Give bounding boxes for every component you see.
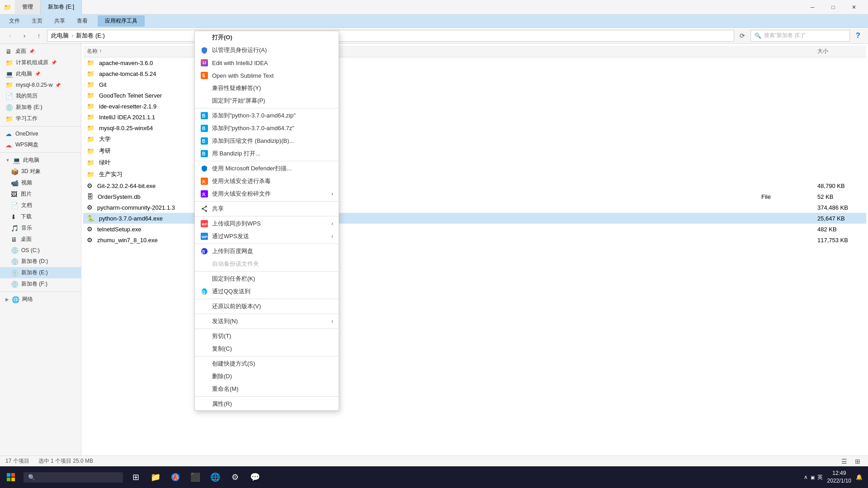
ctx-sublime[interactable]: S Open with Sublime Text [195,69,339,82]
sidebar-item-this-pc[interactable]: ▼ 💻 此电脑 [0,155,81,166]
sidebar-item-onedrive[interactable]: ☁ OneDrive [0,128,81,139]
close-button[interactable]: ✕ [844,0,864,14]
sidebar-item-drive-e-selected[interactable]: 💿 新加卷 (E:) [0,267,81,278]
download-icon: ⬇ [11,213,18,221]
ribbon-tab-file[interactable]: 文件 [4,15,25,27]
title-bar: 📁 管理 新加卷 (E:] ─ □ ✕ [0,0,868,14]
forward-button[interactable]: › [18,29,31,42]
col-name[interactable]: 名称 ↑ [87,47,673,55]
grid-view-button[interactable]: ⊞ [853,456,863,466]
chrome-button[interactable] [166,468,184,486]
sidebar-item-mysql-folder[interactable]: 📁 mysql-8.0.25-w 📌 [0,80,81,90]
ctx-send-qq[interactable]: Q 通过QQ发送到 [195,285,339,298]
sidebar-item-music[interactable]: 🎵 音乐 [0,222,81,234]
col-date[interactable] [673,47,763,55]
taskbar-clock[interactable]: 12:49 2022/1/10 [827,469,851,485]
search-icon: 🔍 [28,474,35,481]
folder-icon: 📁 [87,103,94,110]
ctx-huying-antivirus[interactable]: 火 使用火绒安全进行杀毒 [195,175,339,188]
svg-rect-27 [7,473,10,477]
ctx-auto-backup: 自动备份该文件夹 [195,258,339,270]
tab-manage[interactable]: 管理 [15,0,41,14]
sidebar-item-downloads[interactable]: ⬇ 下载 [0,211,81,222]
address-bar[interactable]: 此电脑 › 新加卷 (E:) [47,30,734,42]
ctx-baidu-upload[interactable]: 百 上传到百度网盘 [195,245,339,258]
sidebar-item-drive-e[interactable]: 💿 新加卷 (E:) [0,102,81,113]
ctx-properties[interactable]: 属性(R) [195,398,339,410]
taskview-button[interactable]: ⊞ [127,468,145,486]
ctx-share[interactable]: 共享 [195,202,339,215]
sidebar-item-computer-components[interactable]: 📁 计算机组成原 📌 [0,57,81,68]
sidebar-item-drive-f[interactable]: 💿 新加卷 (F:) [0,278,81,290]
ctx-open[interactable]: 打开(O) [195,31,339,44]
settings-button[interactable]: ⚙ [226,468,244,486]
document-icon: 📄 [5,93,13,100]
cloud-icon: ☁ [5,130,13,137]
list-view-button[interactable]: ☰ [839,456,849,466]
ribbon-tab-share[interactable]: 共享 [49,15,71,27]
sidebar-item-drive-d[interactable]: 💿 新加卷 (D:) [0,256,81,267]
tab-drive[interactable]: 新加卷 (E:] [41,0,82,14]
minimize-button[interactable]: ─ [802,0,823,14]
ctx-restore[interactable]: 还原以前的版本(V) [195,300,339,313]
up-button[interactable]: ↑ [33,29,45,42]
taskbar-search[interactable]: 🔍 [24,472,123,483]
ctx-pin-taskbar[interactable]: 固定到任务栏(K) [195,272,339,285]
search-bar[interactable]: 🔍 搜索"新加卷 (E:)" [750,30,850,42]
sidebar-item-desktop-pinned[interactable]: 🖥 桌面 📌 [0,46,81,57]
ctx-defender[interactable]: 使用 Microsoft Defender扫描... [195,162,339,175]
maximize-button[interactable]: □ [823,0,844,14]
sidebar-item-desktop[interactable]: 🖥 桌面 [0,234,81,245]
ctx-add-compress[interactable]: B 添加到压缩文件 (Bandizip)(B)... [195,135,339,147]
ribbon-tab-home[interactable]: 主页 [26,15,48,27]
sidebar-item-3d[interactable]: 📦 3D 对象 [0,166,81,177]
notification-button[interactable]: 🔔 [856,474,863,480]
folder-icon: 📁 [87,159,94,166]
explorer-button[interactable]: 📁 [146,468,165,486]
tray-lang[interactable]: 英 [817,474,823,481]
sublime-icon: S [200,71,208,80]
start-button[interactable] [0,466,22,488]
ctx-run-as-admin[interactable]: 以管理员身份运行(A) [195,44,339,56]
ctx-add-7z[interactable]: B 添加到"python-3.7.0-amd64.7z" [195,122,339,135]
ctx-intellij[interactable]: IJ Edit with IntelliJ IDEA [195,56,339,69]
svg-rect-30 [11,478,15,481]
col-size[interactable]: 大小 [817,47,863,55]
ctx-open-bandizip[interactable]: B 用 Bandizip 打开... [195,147,339,160]
wechat-button[interactable]: 💬 [246,468,264,486]
status-total: 17 个项目 [5,457,29,465]
ctx-create-shortcut[interactable]: 创建快捷方式(S) [195,357,339,370]
help-button[interactable]: ? [852,29,864,42]
sidebar-item-documents[interactable]: 📄 文档 [0,200,81,211]
sidebar-item-pictures[interactable]: 🖼 图片 [0,188,81,200]
ctx-wps-upload[interactable]: WPS 上传或同步到WPS › [195,217,339,230]
tray-expand[interactable]: ∧ [804,474,808,480]
ctx-cut[interactable]: 剪切(T) [195,330,339,343]
ctx-rename[interactable]: 重命名(M) [195,383,339,395]
sidebar-item-this-pc-pinned[interactable]: 💻 此电脑 📌 [0,68,81,80]
ctx-compatibility[interactable]: 兼容性疑难解答(Y) [195,82,339,94]
ctx-wps-send[interactable]: WPS 通过WPS发送 › [195,230,339,243]
ribbon-tab-tools[interactable]: 应用程序工具 [98,15,145,27]
ctx-send-to[interactable]: 发送到(N) › [195,315,339,328]
terminal-button[interactable]: ⬛ [186,468,204,486]
ctx-add-zip[interactable]: B 添加到"python-3.7.0-amd64.zip" [195,109,339,122]
ctx-huying-shred[interactable]: 火 使用火绒安全粉碎文件 › [195,188,339,200]
ctx-pin-start[interactable]: 固定到"开始"屏幕(P) [195,94,339,107]
col-type[interactable] [763,47,817,55]
refresh-button[interactable]: ⟳ [736,29,749,42]
app-button-4[interactable]: 🌐 [206,468,224,486]
sidebar-item-video[interactable]: 📹 视频 [0,177,81,188]
sidebar-item-resume[interactable]: 📄 我的简历 [0,90,81,102]
back-button[interactable]: ‹ [4,29,16,42]
sidebar-item-wps-cloud[interactable]: ☁ WPS网盘 [0,139,81,150]
ctx-delete[interactable]: 删除(D) [195,370,339,383]
sidebar-item-drive-c[interactable]: 💿 OS (C:) [0,245,81,256]
ctx-copy[interactable]: 复制(C) [195,343,339,355]
intellij-icon: IJ [200,59,208,67]
sidebar-item-study[interactable]: 📁 学习工作 [0,113,81,124]
taskbar: 🔍 ⊞ 📁 ⬛ 🌐 ⚙ 💬 ∧ ▣ 英 12:49 2022/1/10 [0,466,868,488]
sidebar-item-network[interactable]: ▶ 🌐 网络 [0,294,81,305]
ribbon-tab-view[interactable]: 查看 [71,15,93,27]
search-icon: 🔍 [755,33,761,39]
